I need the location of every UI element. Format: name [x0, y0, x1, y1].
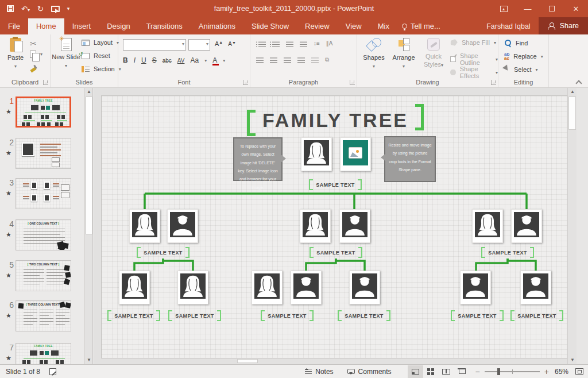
new-slide-button[interactable]: New Slide ▾ — [52, 37, 80, 70]
photo-man[interactable] — [520, 271, 551, 304]
slide-title[interactable]: FAMILY TREE — [102, 104, 569, 136]
underline-button[interactable]: U — [141, 56, 146, 64]
italic-button[interactable]: I — [134, 56, 136, 64]
change-case-button[interactable]: Aa — [190, 56, 199, 64]
photo-man[interactable] — [291, 271, 322, 304]
maximize-button[interactable] — [540, 0, 564, 17]
sample-text-label[interactable]: SAMPLE TEXT — [137, 246, 189, 259]
character-spacing-button[interactable]: AV — [177, 57, 185, 64]
section-button[interactable]: Section▾ — [82, 65, 121, 72]
callout-replace-image[interactable]: To replace with your own image. Select i… — [233, 137, 283, 181]
tab-review[interactable]: Review — [297, 18, 338, 34]
arrange-button[interactable]: Arrange▾ — [389, 37, 418, 70]
line-spacing-icon[interactable]: ↕≡ — [314, 40, 320, 47]
convert-smartart-icon[interactable]: ⧉ — [325, 56, 329, 63]
cut-icon[interactable]: ✂ — [30, 39, 37, 48]
layout-button[interactable]: Layout▾ — [82, 39, 119, 46]
save-icon[interactable] — [7, 5, 14, 12]
reading-view-button[interactable] — [439, 365, 454, 378]
thumbnail-slide-4[interactable]: [ ONE COLUMN TEXT ] — [16, 219, 71, 250]
comments-button[interactable]: Comments — [341, 365, 399, 378]
sample-text-label[interactable]: SAMPLE TEXT — [481, 246, 534, 259]
columns-icon[interactable] — [311, 57, 319, 63]
find-button[interactable]: Find — [504, 39, 528, 47]
clipboard-dialog-launcher[interactable] — [43, 80, 48, 85]
tab-file[interactable]: File — [0, 18, 28, 34]
font-name-combo[interactable] — [123, 39, 186, 51]
sample-text-label[interactable]: SAMPLE TEXT — [309, 179, 362, 191]
reset-button[interactable]: Reset — [82, 52, 110, 59]
numbering-icon[interactable] — [272, 41, 280, 47]
copy-icon[interactable] — [30, 51, 36, 58]
photo-woman[interactable] — [252, 271, 283, 304]
text-direction-icon[interactable]: ∥A — [326, 40, 333, 47]
font-color-button[interactable]: A — [212, 56, 217, 64]
slideshow-view-button[interactable] — [454, 365, 470, 378]
zoom-slider-thumb[interactable] — [497, 368, 500, 375]
close-button[interactable]: ✕ — [564, 0, 588, 17]
thumbnail-scrollbar[interactable]: ▲ ▼ — [84, 88, 92, 364]
thumbnail-slide-7[interactable]: FAMILY TREE — [16, 343, 71, 364]
zoom-slider[interactable] — [485, 371, 540, 372]
collapse-ribbon-icon[interactable] — [577, 79, 581, 84]
tab-home[interactable]: Home — [28, 18, 64, 34]
fit-slide-to-window-icon[interactable] — [575, 368, 583, 375]
thumbnail-slide-5[interactable]: [ TWO COLUMN TEXT ] — [16, 260, 71, 291]
sample-text-label[interactable]: SAMPLE TEXT — [168, 310, 221, 322]
align-left-icon[interactable] — [256, 57, 264, 63]
photo-woman[interactable] — [177, 271, 208, 304]
select-button[interactable]: Select▾ — [504, 65, 538, 74]
photo-man[interactable] — [460, 271, 491, 304]
align-center-icon[interactable] — [270, 57, 277, 63]
decrease-font-size-icon[interactable]: A▼ — [228, 41, 236, 47]
strikethrough-button[interactable]: abc — [163, 57, 172, 64]
photo-woman[interactable] — [129, 209, 160, 243]
font-size-combo[interactable] — [188, 39, 210, 51]
account-user-name[interactable]: Farshad Iqbal — [478, 19, 538, 34]
tab-insert[interactable]: Insert — [64, 18, 99, 34]
vertical-scrollbar[interactable]: ▲ ▼ — [567, 88, 577, 364]
photo-man[interactable] — [349, 271, 380, 304]
format-painter-icon[interactable] — [30, 64, 37, 72]
redo-icon[interactable]: ↻ — [37, 5, 44, 13]
ribbon-display-options-button[interactable]: ▴ — [492, 0, 516, 17]
sample-text-label[interactable]: SAMPLE TEXT — [451, 310, 504, 322]
paste-button[interactable]: Paste▾ — [1, 37, 30, 70]
proofing-icon[interactable] — [49, 368, 56, 375]
increase-font-size-icon[interactable]: A▲ — [215, 40, 223, 47]
align-right-icon[interactable] — [284, 57, 291, 63]
start-slideshow-icon[interactable] — [51, 6, 60, 12]
replace-button[interactable]: abac Replace▾ — [504, 52, 543, 60]
paragraph-dialog-launcher[interactable] — [350, 80, 355, 85]
shapes-button[interactable]: Shapes▾ — [359, 37, 388, 70]
sample-text-label[interactable]: SAMPLE TEXT — [261, 310, 314, 322]
zoom-level[interactable]: 65% — [555, 368, 568, 376]
font-dialog-launcher[interactable] — [243, 80, 248, 85]
drawing-dialog-launcher[interactable] — [491, 80, 496, 85]
increase-indent-icon[interactable] — [300, 41, 307, 47]
notes-button[interactable]: Notes — [298, 365, 340, 378]
tab-animations[interactable]: Animations — [191, 18, 243, 34]
bold-button[interactable]: B — [123, 56, 128, 64]
thumbnail-slide-3[interactable] — [16, 178, 71, 209]
sample-text-label[interactable]: SAMPLE TEXT — [510, 310, 563, 322]
slide-editing-area[interactable]: FAMILY TREE To replace with your own ima… — [101, 95, 570, 358]
photo-woman[interactable] — [301, 137, 332, 171]
photo-man[interactable] — [167, 209, 198, 243]
tell-me-box[interactable]: Tell me... — [397, 18, 447, 34]
bullets-icon[interactable] — [258, 41, 266, 47]
tab-view[interactable]: View — [338, 18, 370, 34]
photo-man[interactable] — [511, 209, 542, 243]
zoom-in-button[interactable]: + — [544, 368, 549, 376]
scroll-down-icon[interactable]: ▼ — [85, 356, 93, 364]
shape-outline-button[interactable]: Shape Outline▾ — [450, 52, 498, 66]
photo-woman[interactable] — [472, 209, 503, 243]
tab-transitions[interactable]: Transitions — [138, 18, 191, 34]
horizontal-scrollbar-thumb[interactable] — [237, 359, 258, 363]
shadow-strike-button[interactable]: S — [152, 56, 157, 64]
minimize-button[interactable]: — — [516, 0, 540, 17]
share-button[interactable]: Share — [539, 17, 588, 34]
thumbnail-slide-6[interactable]: [ THREE COLUMN TEXT ] — [16, 300, 71, 331]
photo-placeholder[interactable] — [340, 137, 371, 171]
scroll-up-icon[interactable]: ▲ — [85, 88, 93, 96]
